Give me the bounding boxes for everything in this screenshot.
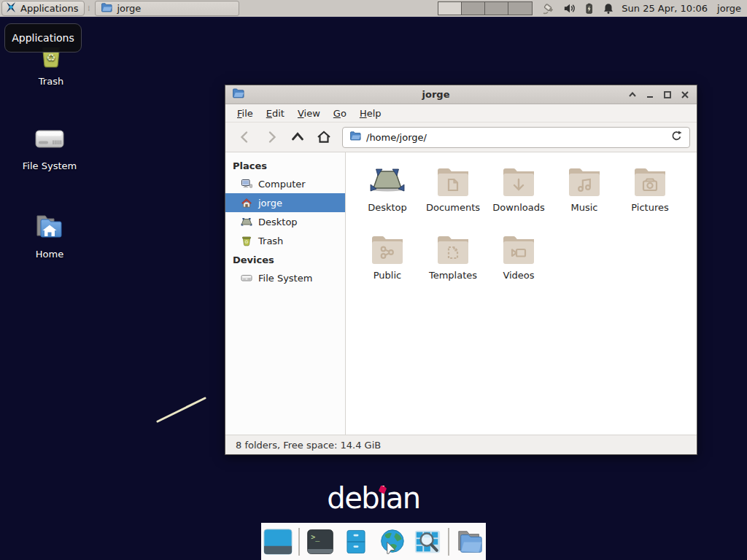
battery-icon[interactable] (583, 1, 595, 15)
file-item-documents[interactable]: Documents (420, 163, 486, 213)
desktop-icon-label: Home (36, 249, 63, 260)
applications-menu-button[interactable]: Applications (1, 1, 85, 16)
desktop-icon-home[interactable]: Home (9, 209, 90, 260)
menu-file[interactable]: File (231, 106, 260, 121)
folder-icon-documents (435, 163, 471, 199)
panel-username[interactable]: jorge (717, 3, 741, 14)
sidebar-item-filesystem[interactable]: File System (225, 268, 345, 287)
sidebar: Places Computer (225, 152, 346, 435)
window-body: Places Computer (225, 152, 697, 435)
tooltip-text: Applications (12, 32, 74, 44)
debian-logo-text: debian (327, 481, 419, 515)
folder-icon-templates (435, 230, 471, 267)
folder-icon-music (566, 163, 603, 199)
hard-drive-icon (32, 121, 67, 156)
path-input[interactable] (366, 132, 665, 143)
titlebar[interactable]: jorge (225, 85, 697, 104)
sidebar-item-label: Desktop (258, 217, 298, 228)
file-manager-launcher[interactable] (454, 527, 485, 556)
menu-view[interactable]: View (291, 106, 327, 121)
file-cabinet-launcher[interactable] (341, 527, 371, 556)
desktop: Applications ⁞ jorge (0, 0, 747, 560)
folder-icon-pictures (632, 163, 668, 199)
folder-icon-downloads (500, 163, 537, 199)
folder-icon-public (369, 230, 406, 267)
globe-browser-icon (376, 527, 407, 556)
show-desktop-button[interactable] (263, 527, 293, 556)
sidebar-header-places: Places (225, 156, 345, 174)
menubar: File Edit View Go Help (225, 104, 697, 122)
sidebar-header-devices: Devices (225, 250, 345, 268)
window-folder-icon (232, 87, 244, 102)
app-finder-icon (412, 528, 443, 556)
volume-icon[interactable] (562, 1, 576, 15)
maximize-button[interactable] (662, 90, 673, 100)
dock-separator (298, 528, 300, 556)
path-folder-icon (349, 130, 361, 144)
terminal-icon: >_ (306, 528, 335, 556)
workspace-1[interactable] (438, 2, 462, 15)
file-item-label: Public (374, 270, 401, 281)
path-bar[interactable] (342, 127, 690, 148)
notification-bell-icon[interactable] (602, 1, 615, 15)
menu-edit[interactable]: Edit (260, 106, 291, 121)
reload-icon[interactable] (670, 130, 683, 145)
home-button[interactable] (311, 126, 337, 148)
clock[interactable]: Sun 25 Apr, 10:06 (622, 3, 708, 14)
task-button-label: jorge (117, 3, 141, 14)
desktop-icon-label: Trash (39, 76, 63, 87)
file-item-templates[interactable]: Templates (420, 230, 486, 281)
desktop-icon-filesystem[interactable]: File System (9, 121, 90, 171)
file-item-desktop[interactable]: Desktop (355, 163, 420, 213)
top-panel: Applications ⁞ jorge (0, 0, 747, 18)
task-folder-icon (101, 1, 112, 15)
file-item-videos[interactable]: Videos (486, 230, 551, 281)
up-button[interactable] (285, 126, 311, 148)
app-finder-launcher[interactable] (412, 527, 443, 556)
folder-icon-videos (500, 230, 537, 267)
window-title: jorge (244, 89, 627, 100)
minimize-button[interactable] (645, 90, 655, 100)
file-cabinet-icon (342, 528, 370, 556)
back-button[interactable] (232, 126, 258, 148)
taskbar-window-button[interactable]: jorge (95, 1, 239, 16)
shade-button[interactable] (627, 90, 638, 100)
web-browser-launcher[interactable] (376, 527, 407, 556)
system-tray (541, 1, 615, 16)
applications-tooltip: Applications (4, 23, 82, 52)
file-item-music[interactable]: Music (551, 163, 617, 213)
workspace-switcher (438, 1, 533, 15)
workspace-3[interactable] (485, 2, 508, 15)
menu-help[interactable]: Help (353, 106, 388, 121)
statusbar: 8 folders, Free space: 14.4 GiB (225, 435, 697, 454)
dock: >_ (261, 523, 486, 560)
file-item-downloads[interactable]: Downloads (486, 163, 551, 213)
show-desktop-icon (263, 528, 293, 556)
svg-text:♻: ♻ (244, 239, 249, 245)
terminal-launcher[interactable]: >_ (305, 527, 336, 556)
computer-icon (241, 178, 252, 190)
network-icon[interactable] (541, 1, 556, 16)
workspace-4[interactable] (508, 2, 532, 15)
desktop-icon-label: File System (23, 160, 77, 171)
file-item-label: Videos (503, 270, 534, 281)
sidebar-item-computer[interactable]: Computer (225, 174, 345, 193)
file-item-label: Downloads (492, 202, 544, 213)
sidebar-item-label: Trash (258, 236, 283, 246)
workspace-2[interactable] (462, 2, 485, 15)
file-item-public[interactable]: Public (355, 230, 420, 281)
file-item-label: Pictures (631, 202, 668, 213)
menu-go[interactable]: Go (327, 106, 353, 121)
sidebar-item-jorge[interactable]: jorge (225, 193, 345, 212)
dock-separator (448, 528, 449, 556)
window-controls (627, 90, 690, 100)
svg-text:♻: ♻ (46, 51, 55, 64)
close-button[interactable] (680, 90, 690, 100)
sidebar-item-trash[interactable]: ♻ Trash (225, 231, 345, 250)
svg-text:>_: >_ (311, 533, 320, 542)
forward-button[interactable] (258, 126, 285, 148)
panel-handle[interactable]: ⁞ (85, 5, 92, 12)
cursor-artifact (153, 394, 212, 429)
sidebar-item-desktop[interactable]: Desktop (225, 212, 345, 231)
file-item-pictures[interactable]: Pictures (617, 163, 683, 213)
